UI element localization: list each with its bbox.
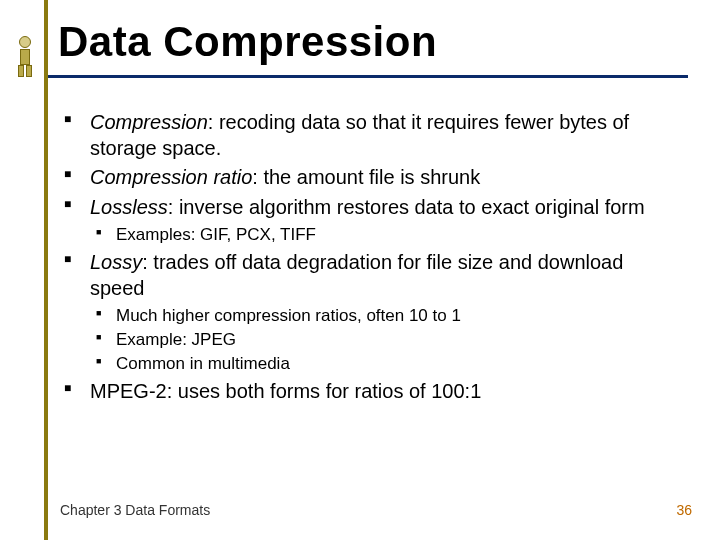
sub-bullet: Example: JPEG <box>90 329 676 351</box>
title-underline <box>48 75 688 78</box>
slide-title: Data Compression <box>58 18 437 66</box>
term-compression: Compression <box>90 111 208 133</box>
text: : the amount file is shrunk <box>252 166 480 188</box>
sub-bullet: Examples: GIF, PCX, TIFF <box>90 224 676 246</box>
term-lossy: Lossy <box>90 251 142 273</box>
text: Example: JPEG <box>116 330 236 349</box>
text: Examples: GIF, PCX, TIFF <box>116 225 316 244</box>
page-number: 36 <box>676 502 692 518</box>
bullet-lossless: Lossless: inverse algorithm restores dat… <box>60 195 676 246</box>
term-lossless: Lossless <box>90 196 168 218</box>
term-compression-ratio: Compression ratio <box>90 166 252 188</box>
text: : trades off data degradation for file s… <box>90 251 623 299</box>
sub-bullet: Common in multimedia <box>90 353 676 375</box>
footer-chapter: Chapter 3 Data Formats <box>60 502 210 518</box>
text: Much higher compression ratios, often 10… <box>116 306 461 325</box>
text: MPEG-2: uses both forms for ratios of 10… <box>90 380 481 402</box>
sub-bullet: Much higher compression ratios, often 10… <box>90 305 676 327</box>
bullet-compression: Compression: recoding data so that it re… <box>60 110 676 161</box>
text: Common in multimedia <box>116 354 290 373</box>
content-area: Compression: recoding data so that it re… <box>60 110 676 408</box>
vertical-rule <box>44 0 48 540</box>
bullet-compression-ratio: Compression ratio: the amount file is sh… <box>60 165 676 191</box>
person-icon <box>14 36 36 76</box>
bullet-mpeg2: MPEG-2: uses both forms for ratios of 10… <box>60 379 676 405</box>
text: : inverse algorithm restores data to exa… <box>168 196 645 218</box>
bullet-lossy: Lossy: trades off data degradation for f… <box>60 250 676 374</box>
